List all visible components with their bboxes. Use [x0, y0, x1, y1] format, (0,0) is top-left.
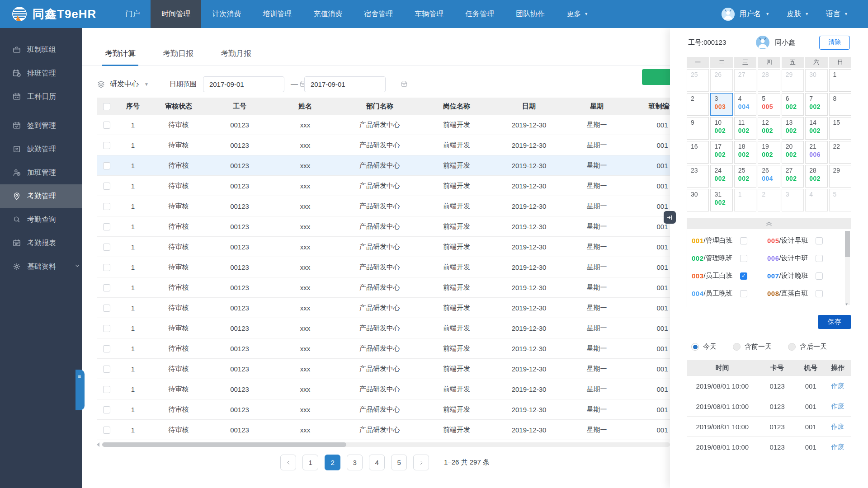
calendar-day-cell[interactable]: 4: [805, 189, 827, 211]
row-checkbox[interactable]: [103, 366, 110, 373]
calendar-day-cell[interactable]: 2: [687, 93, 709, 116]
calendar-day-cell[interactable]: 1: [734, 189, 756, 211]
shift-checkbox[interactable]: [816, 237, 823, 244]
calendar-day-cell[interactable]: 20 002: [782, 141, 804, 164]
table-row[interactable]: 1待审核00123xxx产品研发中心前端开发2019-12-30星期一001: [97, 196, 696, 216]
void-link[interactable]: 作废: [825, 422, 851, 431]
calendar-day-cell[interactable]: 22: [829, 141, 851, 164]
row-checkbox[interactable]: [103, 203, 110, 210]
shift-collapse-bar[interactable]: [687, 218, 851, 229]
select-all-checkbox[interactable]: [103, 103, 110, 110]
skin-menu[interactable]: 皮肤 ▼: [787, 9, 809, 19]
tab[interactable]: 考勤计算: [103, 48, 137, 66]
radio-icon[interactable]: [691, 343, 699, 351]
calendar-day-cell[interactable]: 2: [758, 189, 780, 211]
sidebar-item-考勤管理[interactable]: 考勤管理: [0, 184, 82, 208]
calendar-day-cell[interactable]: 18 002: [734, 141, 756, 164]
tab[interactable]: 考勤月报: [219, 48, 253, 66]
sidebar-item-基础资料[interactable]: 基础资料: [0, 255, 82, 278]
calendar-day-cell[interactable]: 15: [829, 117, 851, 140]
shift-scrollbar-thumb[interactable]: [845, 231, 850, 257]
nav-menu-item[interactable]: 更多 ▼: [556, 0, 599, 28]
row-checkbox[interactable]: [103, 162, 110, 169]
shift-option[interactable]: 007/设计晚班: [767, 267, 843, 285]
sidebar-item-加班管理[interactable]: 加班管理: [0, 161, 82, 184]
shift-checkbox[interactable]: [740, 237, 747, 244]
shift-option[interactable]: 002/管理晚班: [692, 249, 767, 267]
row-checkbox[interactable]: [103, 427, 110, 434]
calendar-day-cell[interactable]: 24 002: [710, 165, 732, 188]
day-scope-radio[interactable]: 今天: [691, 343, 717, 351]
table-row[interactable]: 1待审核00123xxx产品研发中心前端开发2019-12-30星期一001: [97, 115, 696, 135]
row-checkbox[interactable]: [103, 386, 110, 393]
date-to-value[interactable]: [311, 80, 401, 88]
calendar-day-cell[interactable]: 25: [687, 69, 709, 92]
date-to-input[interactable]: [304, 76, 386, 92]
nav-menu-item[interactable]: 门户: [114, 0, 151, 28]
sidebar-item-缺勤管理[interactable]: 缺勤管理: [0, 137, 82, 161]
calendar-day-cell[interactable]: 3: [782, 189, 804, 211]
table-row[interactable]: 1待审核00123xxx产品研发中心前端开发2019-12-30星期一001: [97, 237, 696, 257]
void-link[interactable]: 作废: [825, 443, 851, 451]
scrollbar-track[interactable]: [102, 442, 670, 447]
sidebar-item-签到管理[interactable]: 签到管理: [0, 114, 82, 137]
calendar-day-cell[interactable]: 26 004: [758, 165, 780, 188]
row-checkbox[interactable]: [103, 284, 110, 291]
sidebar-item-考勤报表[interactable]: 考勤报表: [0, 231, 82, 255]
calendar-day-cell[interactable]: 13 002: [782, 117, 804, 140]
radio-icon[interactable]: [733, 343, 741, 351]
nav-menu-item[interactable]: 计次消费: [201, 0, 252, 28]
calendar-day-cell[interactable]: 30: [687, 189, 709, 211]
scroll-left-icon[interactable]: [97, 442, 99, 447]
user-menu[interactable]: 用户名 ▼: [722, 8, 769, 21]
calendar-day-cell[interactable]: 10 002: [710, 117, 732, 140]
shift-checkbox[interactable]: [816, 255, 823, 262]
shift-option[interactable]: 006/设计中班: [767, 249, 843, 267]
date-from-input[interactable]: [203, 76, 284, 92]
table-row[interactable]: 1待审核00123xxx产品研发中心前端开发2019-12-30星期一001: [97, 216, 696, 237]
day-scope-radio[interactable]: 含后一天: [788, 343, 827, 351]
calendar-day-cell[interactable]: 8: [829, 93, 851, 116]
calendar-day-cell[interactable]: 17 002: [710, 141, 732, 164]
shift-option[interactable]: 004/员工晚班: [692, 285, 767, 302]
row-checkbox[interactable]: [103, 223, 110, 230]
row-checkbox[interactable]: [103, 345, 110, 352]
calendar-day-cell[interactable]: 14 002: [805, 117, 827, 140]
void-link[interactable]: 作废: [825, 402, 851, 411]
calendar-day-cell[interactable]: 26: [710, 69, 732, 92]
scrollbar-thumb[interactable]: [102, 442, 346, 447]
calendar-day-cell[interactable]: 28 002: [805, 165, 827, 188]
calendar-day-cell[interactable]: 29: [782, 69, 804, 92]
calendar-day-cell[interactable]: 27 002: [782, 165, 804, 188]
shift-option[interactable]: 001/管理白班: [692, 232, 767, 249]
calendar-day-cell[interactable]: 5: [829, 189, 851, 211]
day-scope-radio[interactable]: 含前一天: [733, 343, 772, 351]
calendar-day-cell[interactable]: 11 002: [734, 117, 756, 140]
shift-checkbox[interactable]: [740, 272, 747, 280]
calendar-day-cell[interactable]: 25 002: [734, 165, 756, 188]
calendar-day-cell[interactable]: 30: [805, 69, 827, 92]
shift-checkbox[interactable]: [740, 290, 747, 297]
table-row[interactable]: 1待审核00123xxx产品研发中心前端开发2019-12-30星期一001: [97, 338, 696, 359]
table-row[interactable]: 1待审核00123xxx产品研发中心前端开发2019-12-30星期一001: [97, 359, 696, 379]
nav-menu-item[interactable]: 任务管理: [454, 0, 505, 28]
calendar-day-cell[interactable]: 21 006: [805, 141, 827, 164]
tab[interactable]: 考勤日报: [161, 48, 195, 66]
table-row[interactable]: 1待审核00123xxx产品研发中心前端开发2019-12-30星期一001: [97, 399, 696, 420]
page-button-5[interactable]: 5: [391, 455, 407, 470]
row-checkbox[interactable]: [103, 264, 110, 271]
row-checkbox[interactable]: [103, 325, 110, 332]
date-from-value[interactable]: [209, 80, 299, 88]
page-button-3[interactable]: 3: [347, 455, 363, 470]
nav-menu-item[interactable]: 充值消费: [302, 0, 353, 28]
table-row[interactable]: 1待审核00123xxx产品研发中心前端开发2019-12-30星期一001: [97, 298, 696, 318]
nav-menu-item[interactable]: 时间管理: [151, 0, 201, 28]
calendar-day-cell[interactable]: 31 002: [710, 189, 732, 211]
page-button-1[interactable]: 1: [302, 455, 318, 470]
table-row[interactable]: 1待审核00123xxx产品研发中心前端开发2019-12-30星期一001: [97, 379, 696, 399]
calendar-day-cell[interactable]: 3 003: [710, 93, 732, 116]
table-row[interactable]: 1待审核00123xxx产品研发中心前端开发2019-12-30星期一001: [97, 135, 696, 155]
page-button-2[interactable]: 2: [325, 455, 340, 470]
sidebar-item-工种日历[interactable]: 工种日历: [0, 85, 82, 108]
sidebar-item-排班管理[interactable]: 排班管理: [0, 61, 82, 85]
